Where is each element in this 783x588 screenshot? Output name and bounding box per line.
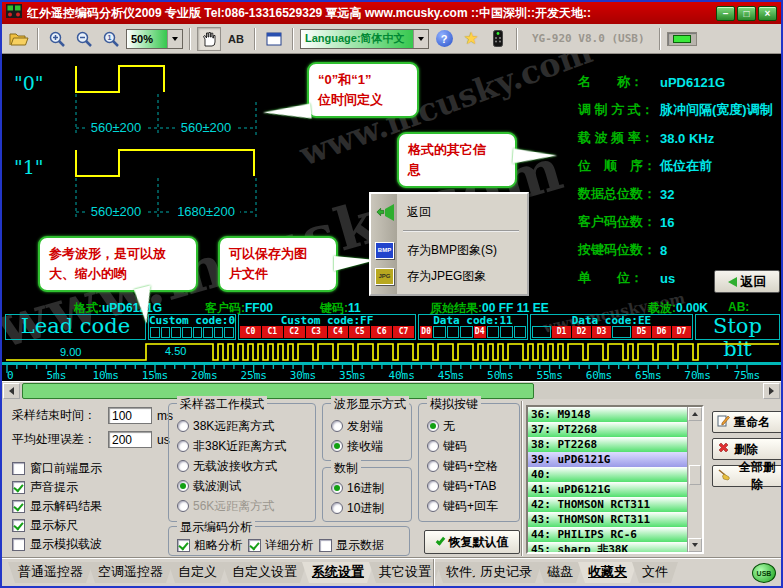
zoom-in-button[interactable] <box>45 27 69 51</box>
zoom-dropdown-arrow-icon[interactable] <box>167 30 182 48</box>
tab-left-其它设置[interactable]: 其它设置 <box>369 562 441 583</box>
field-input[interactable] <box>108 431 152 448</box>
checkbox-详细分析[interactable]: 详细分析 <box>242 535 313 555</box>
checkbox-icon <box>248 539 261 552</box>
tab-left-自定义[interactable]: 自定义 <box>168 562 227 583</box>
menu-separator <box>403 230 519 232</box>
radio-键码[interactable]: 键码 <box>419 436 519 456</box>
history-scrollbar[interactable] <box>687 407 702 552</box>
context-menu: 返回BMP存为BMP图象(S)JPG存为JPEG图象 <box>369 192 529 296</box>
open-file-button[interactable] <box>7 27 31 51</box>
radio-发射端[interactable]: 发射端 <box>323 416 411 436</box>
radio-键码+TAB[interactable]: 键码+TAB <box>419 476 519 496</box>
bit-cell <box>447 326 459 338</box>
menu-item[interactable]: BMP存为BMP图象(S) <box>371 237 527 263</box>
restore-defaults-button[interactable]: 恢复默认值 <box>424 530 520 554</box>
scroll-right-button[interactable] <box>763 383 780 399</box>
title-bar: 红外遥控编码分析仪2009 专业版 Tel:086-13316529329 覃远… <box>2 2 781 24</box>
rename-icon <box>717 414 730 430</box>
menu-item[interactable]: 返回 <box>371 199 527 225</box>
checkbox-icon <box>12 500 25 513</box>
radio-无[interactable]: 无 <box>419 416 519 436</box>
maximize-button[interactable]: □ <box>737 6 756 21</box>
history-item[interactable]: 36: M9148 <box>528 407 687 422</box>
history-item[interactable]: 39: uPD6121G <box>528 452 687 467</box>
pan-hand-button[interactable] <box>197 27 221 51</box>
ab-measure-button[interactable]: AB <box>224 27 248 51</box>
tab-right-历史记录[interactable]: 历史记录 <box>470 562 542 583</box>
status-label: 原始结果: <box>430 301 482 315</box>
decode-sections-row: Lead codeCustom code:00Custom code:FFC0C… <box>5 314 780 340</box>
tab-left-空调遥控器[interactable]: 空调遥控器 <box>88 562 173 583</box>
radio-10进制[interactable]: 10进制 <box>323 498 411 518</box>
tab-left-普通遥控器[interactable]: 普通遥控器 <box>8 562 93 583</box>
help-icon <box>436 30 453 47</box>
zoom-level-select[interactable]: 50% <box>126 29 183 49</box>
zoom-out-button[interactable] <box>72 27 96 51</box>
history-item[interactable]: 38: PT2268 <box>528 437 687 452</box>
option-label: 16进制 <box>347 480 384 497</box>
history-item[interactable]: 42: THOMSON RCT311 <box>528 497 687 512</box>
delete-button[interactable]: 删除 <box>712 438 783 460</box>
favorites-button[interactable] <box>459 27 483 51</box>
field-input[interactable] <box>108 407 152 424</box>
history-scrollbar-thumb[interactable] <box>689 465 701 485</box>
rename-button[interactable]: 重命名 <box>712 411 783 433</box>
zoom-actual-button[interactable]: 1 <box>99 27 123 51</box>
checkbox-icon <box>12 519 25 532</box>
tab-left-自定义设置[interactable]: 自定义设置 <box>222 562 307 583</box>
radio-接收端[interactable]: 接收端 <box>323 436 411 456</box>
history-item[interactable]: 43: THOMSON RCT311 <box>528 512 687 527</box>
window-display-button[interactable] <box>262 27 286 51</box>
checkbox-显示标尺[interactable]: 显示标尺 <box>12 516 102 535</box>
status-value: 0.00K <box>676 301 708 315</box>
history-item[interactable]: 45: sharp 非38K <box>528 542 687 552</box>
remote-device-button[interactable] <box>486 27 510 51</box>
tab-right-收藏夹[interactable]: 收藏夹 <box>578 562 637 583</box>
bit-cell: C4 <box>328 326 349 338</box>
radio-载波测试[interactable]: 载波测试 <box>169 476 315 496</box>
field-label: 平均处理误差： <box>12 431 108 448</box>
checkbox-粗略分析[interactable]: 粗略分析 <box>171 535 242 555</box>
bit-cell <box>193 327 203 338</box>
history-item[interactable]: 40: <box>528 467 687 482</box>
help-button[interactable] <box>432 27 456 51</box>
back-button[interactable]: 返回 <box>714 270 780 293</box>
info-label: 单 位： <box>578 269 660 287</box>
tab-right-文件[interactable]: 文件 <box>632 562 678 583</box>
tab-left-系统设置[interactable]: 系统设置 <box>302 562 374 583</box>
info-value: 脉冲间隔(宽度)调制 <box>660 101 773 119</box>
radio-icon <box>177 440 189 452</box>
checkbox-显示解码结果[interactable]: 显示解码结果 <box>12 497 102 516</box>
radio-键码+回车[interactable]: 键码+回车 <box>419 496 519 516</box>
history-item[interactable]: 37: PT2268 <box>528 422 687 437</box>
scroll-down-button[interactable] <box>688 538 702 552</box>
delete-all-button[interactable]: 全部删除 <box>712 465 783 487</box>
bit1-dim1: 560±200 <box>91 204 142 219</box>
device-version-label: YG-920 V8.0 (USB) <box>532 32 645 45</box>
checkbox-显示数据[interactable]: 显示数据 <box>313 535 384 555</box>
scroll-left-button[interactable] <box>3 383 20 399</box>
menu-item[interactable]: JPG存为JPEG图象 <box>371 263 527 289</box>
open-folder-icon <box>9 31 29 47</box>
history-item[interactable]: 44: PHILIPS RC-6 <box>528 527 687 542</box>
radio-非38K近距离方式[interactable]: 非38K近距离方式 <box>169 436 315 456</box>
tab-right-磁盘[interactable]: 磁盘 <box>537 562 583 583</box>
radio-16进制[interactable]: 16进制 <box>323 478 411 498</box>
language-dropdown-arrow-icon[interactable] <box>413 30 428 48</box>
radio-38K远距离方式[interactable]: 38K远距离方式 <box>169 416 315 436</box>
checkbox-窗口前端显示[interactable]: 窗口前端显示 <box>12 459 102 478</box>
scroll-up-button[interactable] <box>688 407 702 421</box>
radio-56K远距离方式[interactable]: 56K远距离方式 <box>169 496 315 516</box>
radio-键码+空格[interactable]: 键码+空格 <box>419 456 519 476</box>
history-item[interactable]: 41: uPD6121G <box>528 482 687 497</box>
language-select[interactable]: Language:简体中文 <box>300 29 429 49</box>
svg-text:65ms: 65ms <box>635 369 662 381</box>
minimize-button[interactable]: – <box>716 6 735 21</box>
checkbox-声音提示[interactable]: 声音提示 <box>12 478 102 497</box>
svg-text:50ms: 50ms <box>487 369 514 381</box>
close-button[interactable]: × <box>758 6 777 21</box>
radio-无载波接收方式[interactable]: 无载波接收方式 <box>169 456 315 476</box>
checkbox-显示模拟载波[interactable]: 显示模拟载波 <box>12 535 102 554</box>
group-sampler-mode: 采样器工作模式38K远距离方式非38K近距离方式无载波接收方式载波测试56K远距… <box>168 403 316 522</box>
